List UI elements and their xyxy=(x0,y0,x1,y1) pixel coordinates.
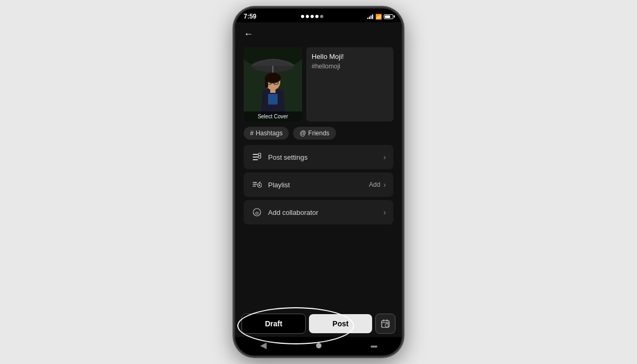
svg-rect-13 xyxy=(253,157,258,158)
svg-rect-10 xyxy=(268,94,278,105)
phone-frame: 7:59 📶 xyxy=(234,7,403,357)
dot-5 xyxy=(320,15,323,18)
svg-marker-23 xyxy=(259,184,261,186)
battery-icon xyxy=(384,14,393,19)
svg-point-15 xyxy=(259,153,261,156)
svg-rect-6 xyxy=(265,78,268,88)
playlist-label: Playlist xyxy=(268,181,290,189)
spacer xyxy=(244,230,393,305)
friends-button[interactable]: @ Friends xyxy=(293,127,335,140)
svg-point-16 xyxy=(259,156,261,159)
status-time: 7:59 xyxy=(244,13,256,20)
hashtag-icon: # xyxy=(250,129,254,137)
playlist-chevron: › xyxy=(383,180,386,189)
main-content: ← xyxy=(235,22,402,309)
nav-home[interactable]: ⬤ xyxy=(316,342,322,348)
svg-rect-20 xyxy=(253,184,257,185)
post-settings-icon xyxy=(251,151,263,163)
collaborator-item[interactable]: @ Add collaborator › xyxy=(244,200,393,224)
post-button[interactable]: Post xyxy=(309,314,372,333)
back-arrow-icon: ← xyxy=(244,29,253,40)
dot-1 xyxy=(301,15,304,18)
tags-section: # Hashtags @ Friends xyxy=(244,127,393,140)
svg-rect-21 xyxy=(253,186,256,187)
nav-recents[interactable]: ▬ xyxy=(371,342,377,349)
back-button[interactable]: ← xyxy=(244,27,393,42)
collaborator-label: Add collaborator xyxy=(268,209,318,216)
post-settings-item[interactable]: Post settings › xyxy=(244,145,393,169)
svg-rect-19 xyxy=(253,182,257,183)
select-cover-label[interactable]: Select Cover xyxy=(244,111,302,122)
status-bar: 7:59 📶 xyxy=(235,8,402,22)
dot-3 xyxy=(311,15,314,18)
svg-text:@: @ xyxy=(255,211,259,215)
post-settings-label: Post settings xyxy=(268,153,307,161)
playlist-item[interactable]: Playlist Add › xyxy=(244,172,393,197)
action-row: Draft Post xyxy=(242,314,395,334)
caption-tag: #hellomoji xyxy=(312,63,388,70)
media-section: Select Cover Hello Moji! #hellomoji xyxy=(244,47,393,122)
status-icons: 📶 xyxy=(367,14,393,20)
hashtags-label: Hashtags xyxy=(256,129,283,137)
cover-image xyxy=(244,47,302,122)
post-settings-chevron: › xyxy=(383,153,386,161)
hashtags-button[interactable]: # Hashtags xyxy=(244,127,289,140)
svg-rect-11 xyxy=(270,89,276,93)
nav-bar: ◀ ⬤ ▬ xyxy=(235,337,402,356)
cover-container[interactable]: Select Cover xyxy=(244,47,302,122)
draft-button[interactable]: Draft xyxy=(242,314,306,334)
friends-label: Friends xyxy=(308,129,330,137)
playlist-icon xyxy=(251,179,263,190)
status-dots xyxy=(301,15,323,18)
schedule-button[interactable] xyxy=(375,314,395,334)
caption-title: Hello Moji! xyxy=(312,53,388,60)
bottom-bar: Draft Post xyxy=(235,309,402,337)
svg-rect-12 xyxy=(253,154,258,155)
collaborator-icon: @ xyxy=(251,206,263,218)
collaborator-chevron: › xyxy=(383,208,386,216)
playlist-add-label: Add xyxy=(369,181,380,188)
caption-box[interactable]: Hello Moji! #hellomoji xyxy=(306,47,393,122)
menu-items: Post settings › xyxy=(244,145,393,224)
signal-icon xyxy=(367,14,373,19)
phone-screen: 7:59 📶 xyxy=(235,8,402,356)
dot-4 xyxy=(315,15,318,18)
dot-2 xyxy=(306,15,309,18)
wifi-icon: 📶 xyxy=(375,14,382,20)
at-icon: @ xyxy=(299,129,306,137)
svg-rect-14 xyxy=(253,159,258,160)
nav-back[interactable]: ◀ xyxy=(260,340,266,350)
